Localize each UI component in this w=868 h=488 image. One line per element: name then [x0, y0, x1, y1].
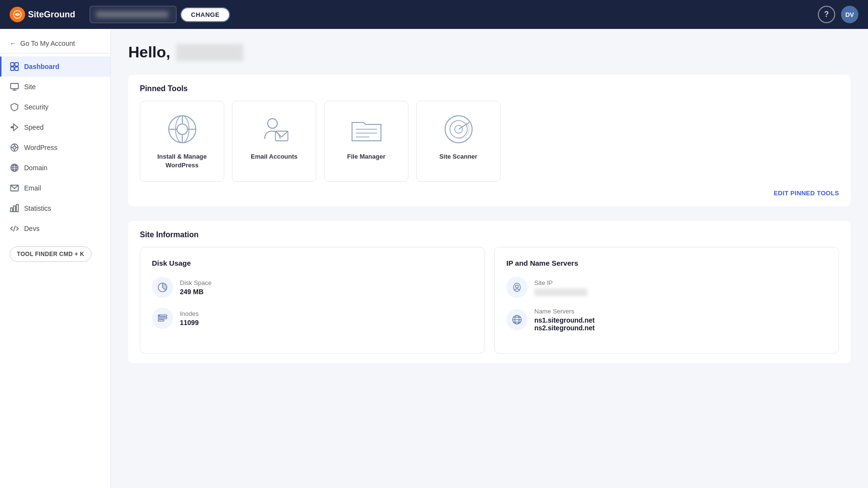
dashboard-icon	[10, 62, 19, 71]
greeting-heading: Hello,	[128, 43, 851, 61]
go-back-label: Go To My Account	[20, 40, 75, 47]
svg-rect-47	[159, 315, 160, 316]
ip-name-servers-card: IP and Name Servers Site IP	[494, 247, 839, 353]
statistics-icon	[10, 203, 19, 213]
pinned-tools-title: Pinned Tools	[140, 84, 839, 93]
sidebar-item-wordpress[interactable]: WordPress	[0, 137, 110, 158]
name-servers-icon	[506, 309, 528, 330]
site-information-section: Site Information Disk Usage	[128, 221, 851, 363]
sidebar-label-site: Site	[24, 83, 36, 91]
main-content: Hello, Pinned Tools	[111, 29, 868, 488]
sidebar-label-speed: Speed	[24, 123, 43, 131]
sidebar-item-domain[interactable]: Domain	[0, 158, 110, 178]
svg-point-26	[177, 124, 188, 135]
monitor-icon	[10, 82, 19, 92]
shield-icon	[10, 102, 19, 112]
svg-line-24	[14, 226, 15, 231]
wordpress-icon	[10, 143, 19, 152]
inodes-row: Inodes 11099	[152, 308, 473, 329]
speed-icon	[10, 122, 19, 132]
site-information-title: Site Information	[140, 230, 839, 239]
disk-space-row: Disk Space 249 MB	[152, 277, 473, 298]
site-ip-value	[534, 288, 587, 296]
sidebar-label-dashboard: Dashboard	[24, 63, 59, 70]
sidebar-label-security: Security	[24, 103, 49, 111]
svg-rect-2	[15, 63, 18, 66]
email-accounts-icon	[258, 113, 291, 146]
devs-icon	[10, 224, 19, 233]
disk-space-label: Disk Space	[180, 279, 212, 286]
svg-point-10	[13, 146, 16, 149]
user-avatar[interactable]: DV	[841, 6, 858, 23]
globe-icon	[10, 163, 19, 173]
sidebar-item-site[interactable]: Site	[0, 77, 110, 97]
svg-rect-4	[15, 67, 18, 70]
go-to-my-account[interactable]: ← Go To My Account	[0, 34, 110, 54]
name-servers-row: Name Servers ns1.siteground.net ns2.site…	[506, 308, 827, 332]
svg-rect-5	[11, 83, 18, 89]
sidebar-item-dashboard[interactable]: Dashboard	[0, 56, 110, 77]
svg-marker-8	[11, 124, 18, 131]
sidebar-item-security[interactable]: Security	[0, 97, 110, 117]
ip-name-servers-title: IP and Name Servers	[506, 259, 827, 267]
logo-text: SiteGround	[28, 10, 75, 20]
inodes-info: Inodes 11099	[180, 310, 199, 326]
inodes-value: 11099	[180, 319, 199, 326]
svg-rect-1	[11, 63, 14, 66]
sidebar-label-email: Email	[24, 184, 41, 192]
site-ip-label: Site IP	[534, 279, 587, 286]
greeting-text: Hello,	[128, 43, 170, 61]
svg-rect-46	[158, 320, 164, 321]
help-icon: ?	[824, 10, 829, 19]
name-servers-label: Name Servers	[534, 308, 595, 315]
ip-blurred	[534, 288, 587, 296]
tool-card-email-accounts[interactable]: Email Accounts	[232, 101, 316, 182]
tool-card-site-scanner[interactable]: Site Scanner	[416, 101, 501, 182]
svg-rect-45	[158, 317, 167, 319]
svg-rect-3	[11, 67, 14, 70]
install-wordpress-label: Install & ManageWordPress	[157, 152, 207, 170]
disk-usage-card: Disk Usage Disk Space	[140, 247, 485, 353]
inodes-icon	[152, 308, 173, 329]
disk-space-value: 249 MB	[180, 288, 212, 296]
help-button[interactable]: ?	[818, 6, 835, 23]
svg-rect-23	[16, 204, 18, 212]
site-scanner-label: Site Scanner	[439, 152, 477, 161]
email-icon	[10, 183, 19, 193]
disk-space-info: Disk Space 249 MB	[180, 279, 212, 296]
user-name-blurred	[176, 44, 244, 61]
site-scanner-icon	[442, 113, 475, 146]
sidebar-label-domain: Domain	[24, 164, 47, 172]
site-ip-info: Site IP	[534, 279, 587, 296]
email-accounts-label: Email Accounts	[251, 152, 298, 161]
topnav: SiteGround CHANGE ? DV	[0, 0, 868, 29]
sidebar-label-wordpress: WordPress	[24, 144, 57, 151]
file-manager-label: File Manager	[347, 152, 385, 161]
logo-icon	[10, 7, 25, 22]
site-ip-row: Site IP	[506, 277, 827, 298]
logo[interactable]: SiteGround	[10, 7, 75, 22]
sidebar-item-devs[interactable]: Devs	[0, 218, 110, 239]
tool-finder-button[interactable]: TOOL FINDER CMD + K	[10, 246, 92, 262]
pinned-tools-grid: Install & ManageWordPress	[140, 101, 839, 182]
sidebar-item-email[interactable]: Email	[0, 178, 110, 198]
edit-pinned-tools[interactable]: EDIT PINNED TOOLS	[140, 190, 839, 197]
sidebar-item-statistics[interactable]: Statistics	[0, 198, 110, 218]
inodes-label: Inodes	[180, 310, 199, 317]
site-info-grid: Disk Usage Disk Space	[140, 247, 839, 353]
file-manager-icon	[350, 113, 383, 146]
sidebar-label-devs: Devs	[24, 225, 40, 232]
back-arrow-icon: ←	[10, 40, 16, 47]
disk-space-icon	[152, 277, 173, 298]
sidebar-item-speed[interactable]: Speed	[0, 117, 110, 137]
tool-card-install-wordpress[interactable]: Install & ManageWordPress	[140, 101, 224, 182]
ns2-value: ns2.siteground.net	[534, 324, 595, 332]
pinned-tools-section: Pinned Tools	[128, 75, 851, 206]
tool-card-file-manager[interactable]: File Manager	[324, 101, 408, 182]
site-selector[interactable]	[90, 6, 176, 23]
change-button[interactable]: CHANGE	[180, 7, 230, 22]
install-wordpress-icon	[166, 113, 199, 146]
ns1-value: ns1.siteground.net	[534, 316, 595, 324]
name-servers-info: Name Servers ns1.siteground.net ns2.site…	[534, 308, 595, 332]
svg-rect-22	[14, 206, 15, 212]
